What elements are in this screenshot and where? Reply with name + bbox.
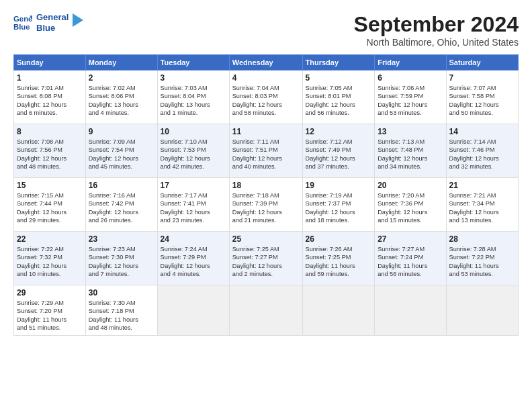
day-number: 22	[17, 234, 83, 244]
week-row-2: 8Sunrise: 7:08 AMSunset: 7:56 PMDaylight…	[14, 124, 519, 178]
day-number: 8	[17, 127, 83, 136]
calendar-cell: 21Sunrise: 7:21 AMSunset: 7:34 PMDayligh…	[446, 178, 519, 232]
day-info: Sunrise: 7:03 AMSunset: 8:04 PMDaylight:…	[161, 84, 226, 118]
col-monday: Monday	[85, 55, 157, 71]
calendar-table: Sunday Monday Tuesday Wednesday Thursday…	[13, 54, 519, 336]
day-info: Sunrise: 7:21 AMSunset: 7:34 PMDaylight:…	[449, 191, 516, 225]
day-info: Sunrise: 7:14 AMSunset: 7:46 PMDaylight:…	[449, 138, 516, 171]
day-info: Sunrise: 7:30 AMSunset: 7:18 PMDaylight:…	[89, 299, 154, 332]
calendar-cell: 26Sunrise: 7:26 AMSunset: 7:25 PMDayligh…	[302, 232, 375, 285]
day-number: 9	[89, 127, 154, 136]
calendar-cell: 27Sunrise: 7:27 AMSunset: 7:24 PMDayligh…	[375, 232, 446, 285]
calendar-cell: 18Sunrise: 7:18 AMSunset: 7:39 PMDayligh…	[229, 178, 302, 232]
calendar-cell: 3Sunrise: 7:03 AMSunset: 8:04 PMDaylight…	[157, 71, 229, 124]
day-info: Sunrise: 7:05 AMSunset: 8:01 PMDaylight:…	[306, 84, 372, 118]
day-info: Sunrise: 7:16 AMSunset: 7:42 PMDaylight:…	[89, 191, 154, 225]
calendar-cell: 1Sunrise: 7:01 AMSunset: 8:08 PMDaylight…	[14, 71, 86, 124]
calendar-cell: 22Sunrise: 7:22 AMSunset: 7:32 PMDayligh…	[14, 232, 86, 285]
day-info: Sunrise: 7:10 AMSunset: 7:53 PMDaylight:…	[161, 138, 226, 171]
day-number: 19	[306, 181, 372, 190]
day-number: 30	[89, 288, 154, 298]
day-info: Sunrise: 7:27 AMSunset: 7:24 PMDaylight:…	[378, 245, 443, 279]
col-thursday: Thursday	[302, 55, 375, 71]
day-info: Sunrise: 7:28 AMSunset: 7:22 PMDaylight:…	[449, 245, 516, 279]
day-info: Sunrise: 7:26 AMSunset: 7:25 PMDaylight:…	[306, 245, 372, 279]
calendar-cell: 14Sunrise: 7:14 AMSunset: 7:46 PMDayligh…	[446, 124, 519, 178]
day-number: 13	[378, 127, 443, 136]
col-wednesday: Wednesday	[229, 55, 302, 71]
day-info: Sunrise: 7:20 AMSunset: 7:36 PMDaylight:…	[378, 191, 443, 225]
day-info: Sunrise: 7:23 AMSunset: 7:30 PMDaylight:…	[89, 245, 154, 279]
calendar-cell: 9Sunrise: 7:09 AMSunset: 7:54 PMDaylight…	[85, 124, 157, 178]
day-info: Sunrise: 7:06 AMSunset: 7:59 PMDaylight:…	[378, 84, 443, 118]
calendar-cell: 24Sunrise: 7:24 AMSunset: 7:29 PMDayligh…	[157, 232, 229, 285]
logo-arrow-icon	[73, 13, 83, 27]
calendar-cell: 17Sunrise: 7:17 AMSunset: 7:41 PMDayligh…	[157, 178, 229, 232]
day-info: Sunrise: 7:04 AMSunset: 8:03 PMDaylight:…	[232, 84, 300, 118]
month-title: September 2024	[354, 12, 519, 37]
calendar-cell: 29Sunrise: 7:29 AMSunset: 7:20 PMDayligh…	[14, 285, 86, 336]
day-info: Sunrise: 7:25 AMSunset: 7:27 PMDaylight:…	[232, 245, 300, 279]
col-sunday: Sunday	[14, 55, 86, 71]
day-number: 10	[161, 127, 226, 136]
calendar-cell	[375, 285, 446, 336]
week-row-1: 1Sunrise: 7:01 AMSunset: 8:08 PMDaylight…	[14, 71, 519, 124]
week-row-5: 29Sunrise: 7:29 AMSunset: 7:20 PMDayligh…	[14, 285, 519, 336]
day-info: Sunrise: 7:18 AMSunset: 7:39 PMDaylight:…	[232, 191, 300, 225]
day-number: 27	[378, 234, 443, 244]
day-number: 15	[17, 181, 83, 190]
day-info: Sunrise: 7:22 AMSunset: 7:32 PMDaylight:…	[17, 245, 83, 279]
day-info: Sunrise: 7:15 AMSunset: 7:44 PMDaylight:…	[17, 191, 83, 225]
col-tuesday: Tuesday	[157, 55, 229, 71]
day-info: Sunrise: 7:09 AMSunset: 7:54 PMDaylight:…	[89, 138, 154, 171]
logo-icon: General Blue	[13, 13, 32, 32]
day-number: 18	[232, 181, 300, 190]
logo-line2: Blue	[36, 23, 69, 34]
calendar-cell: 2Sunrise: 7:02 AMSunset: 8:06 PMDaylight…	[85, 71, 157, 124]
day-info: Sunrise: 7:17 AMSunset: 7:41 PMDaylight:…	[161, 191, 226, 225]
calendar-cell: 15Sunrise: 7:15 AMSunset: 7:44 PMDayligh…	[14, 178, 86, 232]
calendar-cell: 10Sunrise: 7:10 AMSunset: 7:53 PMDayligh…	[157, 124, 229, 178]
day-number: 6	[378, 73, 443, 83]
day-number: 14	[449, 127, 516, 136]
calendar-cell: 23Sunrise: 7:23 AMSunset: 7:30 PMDayligh…	[85, 232, 157, 285]
day-number: 25	[232, 234, 300, 244]
week-row-3: 15Sunrise: 7:15 AMSunset: 7:44 PMDayligh…	[14, 178, 519, 232]
calendar-cell	[157, 285, 229, 336]
svg-text:General: General	[13, 15, 32, 23]
day-info: Sunrise: 7:19 AMSunset: 7:37 PMDaylight:…	[306, 191, 372, 225]
day-number: 12	[306, 127, 372, 136]
logo: General Blue General Blue	[13, 12, 83, 33]
location: North Baltimore, Ohio, United States	[354, 37, 519, 48]
header-row: Sunday Monday Tuesday Wednesday Thursday…	[14, 55, 519, 71]
day-number: 20	[378, 181, 443, 190]
calendar-cell: 8Sunrise: 7:08 AMSunset: 7:56 PMDaylight…	[14, 124, 86, 178]
day-number: 21	[449, 181, 516, 190]
calendar-cell: 4Sunrise: 7:04 AMSunset: 8:03 PMDaylight…	[229, 71, 302, 124]
day-number: 1	[17, 73, 83, 83]
calendar-cell: 13Sunrise: 7:13 AMSunset: 7:48 PMDayligh…	[375, 124, 446, 178]
day-number: 29	[17, 288, 83, 298]
day-number: 24	[161, 234, 226, 244]
calendar-cell: 25Sunrise: 7:25 AMSunset: 7:27 PMDayligh…	[229, 232, 302, 285]
day-number: 2	[89, 73, 154, 83]
day-info: Sunrise: 7:13 AMSunset: 7:48 PMDaylight:…	[378, 138, 443, 171]
calendar-page: General Blue General Blue September 2024…	[0, 0, 532, 411]
day-number: 28	[449, 234, 516, 244]
day-number: 11	[232, 127, 300, 136]
calendar-cell: 12Sunrise: 7:12 AMSunset: 7:49 PMDayligh…	[302, 124, 375, 178]
day-info: Sunrise: 7:02 AMSunset: 8:06 PMDaylight:…	[89, 84, 154, 118]
calendar-cell: 11Sunrise: 7:11 AMSunset: 7:51 PMDayligh…	[229, 124, 302, 178]
calendar-cell	[229, 285, 302, 336]
day-info: Sunrise: 7:08 AMSunset: 7:56 PMDaylight:…	[17, 138, 83, 171]
day-number: 4	[232, 73, 300, 83]
day-info: Sunrise: 7:07 AMSunset: 7:58 PMDaylight:…	[449, 84, 516, 118]
day-info: Sunrise: 7:01 AMSunset: 8:08 PMDaylight:…	[17, 84, 83, 118]
svg-marker-4	[73, 13, 83, 27]
calendar-cell	[302, 285, 375, 336]
day-number: 5	[306, 73, 372, 83]
day-info: Sunrise: 7:24 AMSunset: 7:29 PMDaylight:…	[161, 245, 226, 279]
calendar-cell: 19Sunrise: 7:19 AMSunset: 7:37 PMDayligh…	[302, 178, 375, 232]
calendar-cell: 16Sunrise: 7:16 AMSunset: 7:42 PMDayligh…	[85, 178, 157, 232]
svg-text:Blue: Blue	[13, 22, 30, 30]
